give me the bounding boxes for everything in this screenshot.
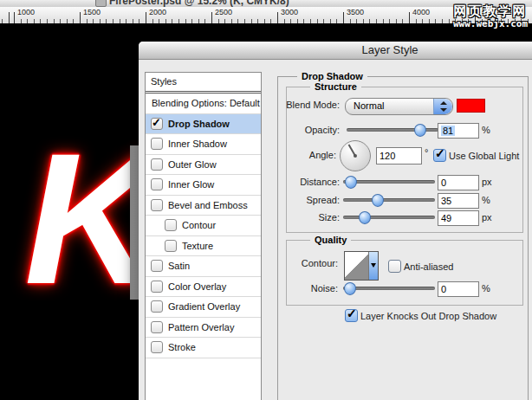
styles-panel-header: Styles <box>146 73 261 94</box>
ruler-label: 3500 <box>347 8 364 16</box>
use-global-light-label: Use Global Light <box>449 151 519 161</box>
spread-label: Spread: <box>139 195 340 205</box>
dialog-title: Layer Style <box>361 43 418 56</box>
drop-shadow-group-label: Drop Shadow <box>297 71 367 81</box>
structure-group-label: Structure <box>310 81 361 92</box>
spread-input[interactable]: 35 <box>438 193 479 209</box>
contour-label: Contour: <box>139 258 338 268</box>
document-icon <box>95 0 107 7</box>
pattern-overlay-checkbox[interactable] <box>151 321 163 333</box>
ruler-label: 2500 <box>215 8 232 16</box>
anti-aliased-checkbox[interactable] <box>388 260 401 273</box>
style-item-texture[interactable]: Texture <box>146 236 261 257</box>
styles-panel: Styles Blending Options: Default Drop Sh… <box>145 72 262 400</box>
distance-unit: px <box>482 177 492 187</box>
layer-style-dialog: Layer Style Styles Blending Options: Def… <box>139 42 532 400</box>
opacity-label: Opacity: <box>139 125 340 135</box>
size-slider[interactable] <box>343 216 435 219</box>
watermark: 网页教学网 www.webjx.com <box>451 3 530 29</box>
opacity-input[interactable]: 81 <box>438 123 479 139</box>
texture-checkbox[interactable] <box>165 240 177 252</box>
watermark-line1: 网页教学网 <box>451 3 530 18</box>
watermark-line2: www.webjx.com <box>451 18 530 29</box>
window-title: FirePoster.psd @ 15.2% (K, CMYK/8) <box>109 0 289 7</box>
ruler-label: 3000 <box>281 8 298 16</box>
shadow-color-swatch[interactable] <box>457 99 485 113</box>
use-global-light-checkbox[interactable] <box>433 149 446 162</box>
anti-aliased-label: Anti-aliased <box>404 261 453 272</box>
angle-unit: ° <box>425 147 428 158</box>
spread-unit: % <box>482 195 490 205</box>
angle-input[interactable]: 120 <box>376 147 422 165</box>
size-label: Size: <box>139 212 340 223</box>
canvas-hidden-artwork-edge <box>130 145 139 300</box>
quality-group-border <box>286 240 523 306</box>
size-input[interactable]: 49 <box>438 210 479 226</box>
noise-unit: % <box>482 283 490 294</box>
noise-slider[interactable] <box>343 287 435 290</box>
size-unit: px <box>482 212 492 223</box>
layer-knocks-out-checkbox[interactable] <box>345 309 358 322</box>
contour-picker[interactable] <box>344 251 379 281</box>
noise-input[interactable]: 0 <box>438 281 479 297</box>
ruler-label: 4000 <box>412 8 430 16</box>
angle-dial-center <box>354 154 357 158</box>
style-item-pattern-overlay[interactable]: Pattern Overlay <box>146 318 261 339</box>
spread-slider[interactable] <box>343 198 435 202</box>
opacity-slider[interactable] <box>347 128 438 132</box>
distance-slider[interactable] <box>343 180 435 184</box>
opacity-unit: % <box>482 125 490 135</box>
layer-knocks-out-label: Layer Knocks Out Drop Shadow <box>360 311 496 321</box>
style-item-gradient-overlay[interactable]: Gradient Overlay <box>146 297 261 318</box>
ruler-label: 1000 <box>17 8 35 16</box>
distance-input[interactable]: 0 <box>438 175 479 190</box>
ruler-label: 2000 <box>149 8 166 16</box>
blend-mode-select[interactable]: Normal <box>345 98 453 115</box>
angle-dial[interactable] <box>340 140 371 171</box>
gradient-overlay-checkbox[interactable] <box>151 300 163 313</box>
inner-shadow-checkbox[interactable] <box>151 138 163 150</box>
screenshot-root: FirePoster.psd @ 15.2% (K, CMYK/8) 1000 … <box>0 0 532 400</box>
ruler-label: 1500 <box>83 8 101 16</box>
popup-arrows-icon <box>433 99 452 114</box>
noise-label: Noise: <box>139 283 338 294</box>
contour-dropdown-arrow-icon <box>369 252 378 280</box>
distance-label: Distance: <box>139 177 340 187</box>
stroke-checkbox[interactable] <box>151 341 163 353</box>
contour-thumbnail <box>345 252 369 280</box>
dialog-titlebar[interactable]: Layer Style <box>139 42 532 60</box>
style-item-stroke[interactable]: Stroke <box>146 338 261 358</box>
angle-label: Angle: <box>139 150 336 160</box>
blend-mode-label: Blend Mode: <box>139 100 340 110</box>
quality-group-label: Quality <box>310 235 351 245</box>
